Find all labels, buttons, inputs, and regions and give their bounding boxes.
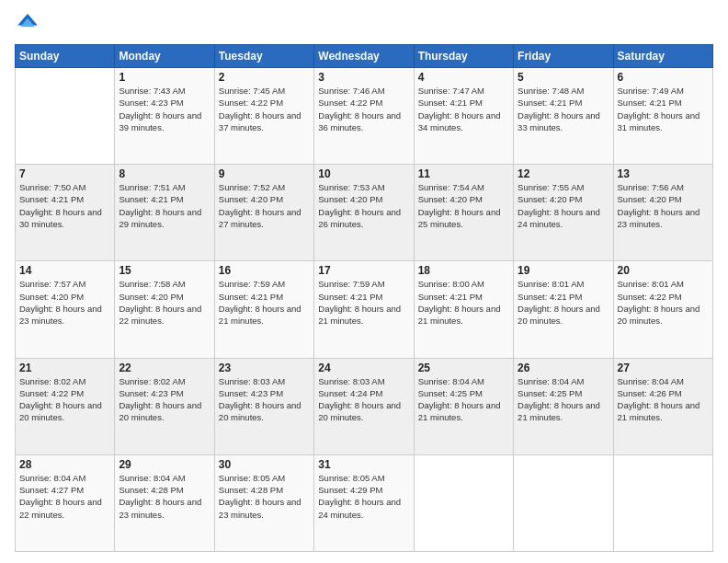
day-number: 16 xyxy=(219,264,310,277)
day-number: 7 xyxy=(19,167,110,180)
day-number: 20 xyxy=(618,264,709,277)
calendar-cell: 1Sunrise: 7:43 AMSunset: 4:23 PMDaylight… xyxy=(115,68,214,165)
calendar-cell: 22Sunrise: 8:02 AMSunset: 4:23 PMDayligh… xyxy=(115,358,214,454)
day-info: Sunrise: 8:04 AMSunset: 4:28 PMDaylight:… xyxy=(119,472,210,521)
day-info: Sunrise: 7:52 AMSunset: 4:20 PMDaylight:… xyxy=(219,181,310,230)
day-number: 31 xyxy=(318,458,409,471)
day-number: 14 xyxy=(19,264,110,277)
day-number: 24 xyxy=(318,362,409,374)
day-number: 30 xyxy=(219,458,310,471)
day-number: 25 xyxy=(418,362,509,374)
day-info: Sunrise: 8:05 AMSunset: 4:28 PMDaylight:… xyxy=(219,472,310,521)
day-info: Sunrise: 7:59 AMSunset: 4:21 PMDaylight:… xyxy=(318,278,409,327)
day-number: 3 xyxy=(318,71,409,84)
calendar-cell: 5Sunrise: 7:48 AMSunset: 4:21 PMDaylight… xyxy=(514,68,613,165)
day-info: Sunrise: 7:47 AMSunset: 4:21 PMDaylight:… xyxy=(418,85,509,133)
day-info: Sunrise: 8:03 AMSunset: 4:24 PMDaylight:… xyxy=(318,375,409,424)
logo-icon xyxy=(15,11,40,37)
day-number: 2 xyxy=(219,71,310,84)
day-info: Sunrise: 7:48 AMSunset: 4:21 PMDaylight:… xyxy=(518,85,609,133)
day-info: Sunrise: 8:01 AMSunset: 4:21 PMDaylight:… xyxy=(518,278,609,327)
calendar-cell: 29Sunrise: 8:04 AMSunset: 4:28 PMDayligh… xyxy=(115,454,214,551)
day-number: 5 xyxy=(518,71,609,84)
day-number: 21 xyxy=(19,362,110,374)
calendar-cell xyxy=(16,68,115,165)
calendar-cell xyxy=(514,454,613,551)
weekday-header-thursday: Thursday xyxy=(414,45,513,68)
day-number: 10 xyxy=(318,167,409,180)
day-info: Sunrise: 7:43 AMSunset: 4:23 PMDaylight:… xyxy=(119,85,210,133)
day-number: 19 xyxy=(518,264,609,277)
day-info: Sunrise: 7:45 AMSunset: 4:22 PMDaylight:… xyxy=(219,85,310,133)
day-number: 18 xyxy=(418,264,509,277)
day-info: Sunrise: 7:55 AMSunset: 4:20 PMDaylight:… xyxy=(518,181,609,230)
calendar-cell: 26Sunrise: 8:04 AMSunset: 4:25 PMDayligh… xyxy=(514,358,613,454)
day-info: Sunrise: 7:57 AMSunset: 4:20 PMDaylight:… xyxy=(19,278,110,327)
calendar-cell: 8Sunrise: 7:51 AMSunset: 4:21 PMDaylight… xyxy=(115,165,214,261)
day-info: Sunrise: 8:02 AMSunset: 4:23 PMDaylight:… xyxy=(119,375,210,424)
weekday-header-wednesday: Wednesday xyxy=(314,45,414,68)
day-number: 23 xyxy=(219,362,310,374)
day-number: 12 xyxy=(518,167,609,180)
day-info: Sunrise: 7:59 AMSunset: 4:21 PMDaylight:… xyxy=(219,278,310,327)
calendar-cell: 19Sunrise: 8:01 AMSunset: 4:21 PMDayligh… xyxy=(514,261,613,358)
weekday-header-friday: Friday xyxy=(514,45,613,68)
day-info: Sunrise: 7:51 AMSunset: 4:21 PMDaylight:… xyxy=(119,181,210,230)
calendar-cell: 6Sunrise: 7:49 AMSunset: 4:21 PMDaylight… xyxy=(613,68,712,165)
calendar-cell: 7Sunrise: 7:50 AMSunset: 4:21 PMDaylight… xyxy=(16,165,115,261)
weekday-header-saturday: Saturday xyxy=(613,45,712,68)
calendar-cell xyxy=(613,454,712,551)
calendar-cell: 13Sunrise: 7:56 AMSunset: 4:20 PMDayligh… xyxy=(613,165,712,261)
calendar-cell: 16Sunrise: 7:59 AMSunset: 4:21 PMDayligh… xyxy=(214,261,313,358)
calendar-cell: 17Sunrise: 7:59 AMSunset: 4:21 PMDayligh… xyxy=(314,261,414,358)
day-info: Sunrise: 7:58 AMSunset: 4:20 PMDaylight:… xyxy=(119,278,210,327)
calendar-table: SundayMondayTuesdayWednesdayThursdayFrid… xyxy=(15,44,713,552)
day-info: Sunrise: 8:04 AMSunset: 4:25 PMDaylight:… xyxy=(418,375,509,424)
logo xyxy=(15,11,44,37)
calendar-cell xyxy=(414,454,513,551)
day-number: 4 xyxy=(418,71,509,84)
calendar-cell: 9Sunrise: 7:52 AMSunset: 4:20 PMDaylight… xyxy=(214,165,313,261)
weekday-header-monday: Monday xyxy=(115,45,214,68)
day-info: Sunrise: 7:53 AMSunset: 4:20 PMDaylight:… xyxy=(318,181,409,230)
day-info: Sunrise: 8:00 AMSunset: 4:21 PMDaylight:… xyxy=(418,278,509,327)
calendar-cell: 23Sunrise: 8:03 AMSunset: 4:23 PMDayligh… xyxy=(214,358,313,454)
calendar-cell: 15Sunrise: 7:58 AMSunset: 4:20 PMDayligh… xyxy=(115,261,214,358)
calendar-cell: 2Sunrise: 7:45 AMSunset: 4:22 PMDaylight… xyxy=(214,68,313,165)
day-info: Sunrise: 7:56 AMSunset: 4:20 PMDaylight:… xyxy=(618,181,709,230)
day-info: Sunrise: 8:01 AMSunset: 4:22 PMDaylight:… xyxy=(618,278,709,327)
day-number: 8 xyxy=(119,167,210,180)
day-number: 15 xyxy=(119,264,210,277)
calendar-cell: 28Sunrise: 8:04 AMSunset: 4:27 PMDayligh… xyxy=(16,454,115,551)
calendar-cell: 24Sunrise: 8:03 AMSunset: 4:24 PMDayligh… xyxy=(314,358,414,454)
day-info: Sunrise: 8:03 AMSunset: 4:23 PMDaylight:… xyxy=(219,375,310,424)
day-number: 17 xyxy=(318,264,409,277)
calendar-cell: 3Sunrise: 7:46 AMSunset: 4:22 PMDaylight… xyxy=(314,68,414,165)
calendar-cell: 30Sunrise: 8:05 AMSunset: 4:28 PMDayligh… xyxy=(214,454,313,551)
calendar-cell: 18Sunrise: 8:00 AMSunset: 4:21 PMDayligh… xyxy=(414,261,513,358)
day-info: Sunrise: 8:02 AMSunset: 4:22 PMDaylight:… xyxy=(19,375,110,424)
day-number: 13 xyxy=(618,167,709,180)
calendar-cell: 4Sunrise: 7:47 AMSunset: 4:21 PMDaylight… xyxy=(414,68,513,165)
calendar-cell: 27Sunrise: 8:04 AMSunset: 4:26 PMDayligh… xyxy=(613,358,712,454)
day-number: 9 xyxy=(219,167,310,180)
day-info: Sunrise: 8:04 AMSunset: 4:27 PMDaylight:… xyxy=(19,472,110,521)
day-info: Sunrise: 7:50 AMSunset: 4:21 PMDaylight:… xyxy=(19,181,110,230)
page: SundayMondayTuesdayWednesdayThursdayFrid… xyxy=(0,0,728,563)
day-number: 1 xyxy=(119,71,210,84)
calendar-cell: 21Sunrise: 8:02 AMSunset: 4:22 PMDayligh… xyxy=(16,358,115,454)
day-info: Sunrise: 7:46 AMSunset: 4:22 PMDaylight:… xyxy=(318,85,409,133)
header xyxy=(15,11,713,37)
day-number: 29 xyxy=(119,458,210,471)
calendar-cell: 25Sunrise: 8:04 AMSunset: 4:25 PMDayligh… xyxy=(414,358,513,454)
day-number: 6 xyxy=(618,71,709,84)
weekday-header-sunday: Sunday xyxy=(16,45,115,68)
day-info: Sunrise: 7:54 AMSunset: 4:20 PMDaylight:… xyxy=(418,181,509,230)
day-info: Sunrise: 8:04 AMSunset: 4:26 PMDaylight:… xyxy=(618,375,709,424)
day-number: 22 xyxy=(119,362,210,374)
calendar-cell: 14Sunrise: 7:57 AMSunset: 4:20 PMDayligh… xyxy=(16,261,115,358)
day-info: Sunrise: 7:49 AMSunset: 4:21 PMDaylight:… xyxy=(618,85,709,133)
day-number: 11 xyxy=(418,167,509,180)
calendar-cell: 20Sunrise: 8:01 AMSunset: 4:22 PMDayligh… xyxy=(613,261,712,358)
day-info: Sunrise: 8:05 AMSunset: 4:29 PMDaylight:… xyxy=(318,472,409,521)
